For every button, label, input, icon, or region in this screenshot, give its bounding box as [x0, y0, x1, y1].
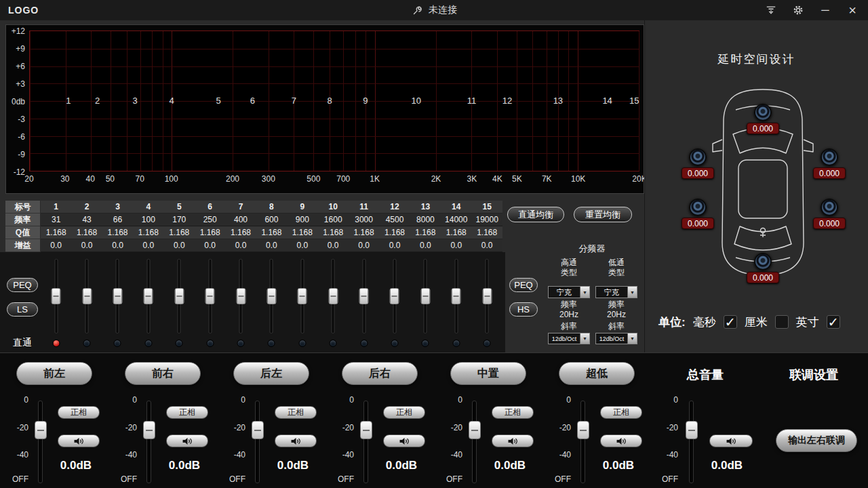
- unit-checkbox-1[interactable]: [775, 315, 789, 329]
- fader-handle[interactable]: [267, 288, 276, 304]
- eq-band-fader[interactable]: [486, 259, 489, 333]
- phase-button[interactable]: 正相: [275, 406, 317, 419]
- channel-button[interactable]: 前左: [16, 362, 92, 385]
- speaker-icon: [507, 437, 519, 445]
- mute-button[interactable]: [58, 434, 100, 447]
- band-indicator: [391, 340, 398, 347]
- channel-strip-6: 超低0-20-40OFF正相0.0dB: [542, 353, 651, 488]
- fader-handle[interactable]: [113, 288, 122, 304]
- fader-handle[interactable]: [360, 421, 372, 439]
- speaker-subwoofer-icon[interactable]: [754, 253, 772, 270]
- mute-button[interactable]: [383, 434, 425, 447]
- master-mute-button[interactable]: [709, 434, 753, 447]
- eq-band-fader[interactable]: [332, 259, 335, 333]
- channel-button[interactable]: 中置: [450, 362, 526, 385]
- speaker-front-center-icon[interactable]: [754, 104, 772, 121]
- eq-table-cell: 14000: [441, 214, 471, 226]
- channel-gain-value: 0.0dB: [363, 459, 439, 472]
- fader-handle[interactable]: [174, 288, 184, 304]
- channel-button[interactable]: 前右: [125, 362, 201, 385]
- fader-handle[interactable]: [482, 288, 492, 304]
- eq-band-fader[interactable]: [178, 259, 181, 333]
- hp-type-select[interactable]: 宁克 ▼: [548, 286, 590, 298]
- fader-handle[interactable]: [390, 288, 399, 304]
- fader-handle[interactable]: [420, 288, 430, 304]
- fader-handle[interactable]: [328, 288, 338, 304]
- phase-button[interactable]: 正相: [58, 406, 100, 419]
- y-axis-label: +9: [16, 44, 25, 54]
- settings-gear-icon[interactable]: [792, 4, 804, 16]
- lp-slope-select[interactable]: 12db/Oct ▼: [595, 333, 637, 344]
- mute-button[interactable]: [275, 434, 317, 447]
- connection-wrench-icon: [411, 4, 423, 16]
- eq-table-cell: 8000: [410, 214, 441, 226]
- eq-band-fader[interactable]: [270, 259, 273, 333]
- fader-handle[interactable]: [577, 421, 589, 439]
- fader-handle[interactable]: [52, 288, 61, 304]
- unit-checkbox-2[interactable]: ✓: [827, 315, 840, 329]
- eq-band-fader[interactable]: [300, 259, 304, 333]
- channel-button[interactable]: 后右: [342, 362, 418, 385]
- collapse-menu-icon[interactable]: [765, 4, 777, 16]
- channel-button[interactable]: 超低: [559, 362, 635, 385]
- fader-handle[interactable]: [143, 421, 155, 439]
- phase-button[interactable]: 正相: [166, 406, 208, 419]
- fader-handle[interactable]: [359, 288, 369, 304]
- close-button[interactable]: ×: [846, 4, 859, 16]
- x-axis-label: 20: [24, 174, 33, 184]
- eq-plot[interactable]: 123456789101112131415: [29, 30, 639, 171]
- eq-band-column: [471, 253, 502, 352]
- hp-slope-select[interactable]: 12db/Oct ▼: [548, 333, 590, 344]
- fader-handle[interactable]: [252, 421, 264, 439]
- eq-table-cell: 1.168: [102, 226, 133, 239]
- fader-handle[interactable]: [469, 421, 481, 439]
- eq-band-fader[interactable]: [85, 259, 89, 333]
- phase-button[interactable]: 正相: [383, 406, 425, 419]
- lp-type-select[interactable]: 宁克 ▼: [595, 286, 637, 298]
- eq-band-fader[interactable]: [454, 259, 458, 333]
- eq-table-cell: 170: [164, 214, 195, 226]
- fader-handle[interactable]: [236, 288, 245, 304]
- reset-eq-button[interactable]: 重置均衡: [574, 207, 632, 222]
- mute-button[interactable]: [166, 434, 208, 447]
- channel-button[interactable]: 后左: [233, 362, 309, 385]
- fader-scale-label: OFF: [217, 474, 245, 484]
- unit-checkbox-0[interactable]: ✓: [724, 315, 737, 329]
- speaker-front-right-icon[interactable]: [821, 148, 838, 166]
- low-shelf-button[interactable]: LS: [7, 302, 38, 317]
- eq-band-fader[interactable]: [393, 259, 396, 333]
- x-axis-label: 3K: [467, 174, 477, 184]
- fader-handle[interactable]: [82, 288, 92, 304]
- eq-band-column: [410, 253, 441, 352]
- mute-button[interactable]: [492, 434, 534, 447]
- bypass-eq-button[interactable]: 直通均衡: [507, 207, 564, 222]
- mute-button[interactable]: [600, 434, 642, 447]
- eq-band-column: [256, 253, 287, 352]
- eq-band-fader[interactable]: [146, 259, 150, 333]
- master-fader-handle[interactable]: [686, 421, 698, 439]
- speaker-rear-left-icon[interactable]: [689, 199, 707, 216]
- eq-table-cell: 7: [225, 201, 256, 214]
- minimize-button[interactable]: ─: [819, 4, 831, 16]
- eq-band-fader[interactable]: [424, 259, 427, 333]
- link-lr-output-button[interactable]: 输出左右联调: [776, 429, 857, 452]
- phase-button[interactable]: 正相: [492, 406, 534, 419]
- band-indicator: [206, 340, 214, 347]
- eq-band-fader[interactable]: [239, 259, 243, 333]
- high-shelf-button[interactable]: HS: [509, 302, 538, 317]
- eq-band-fader[interactable]: [208, 259, 212, 333]
- fader-handle[interactable]: [298, 288, 307, 304]
- eq-band-fader[interactable]: [54, 259, 58, 333]
- fader-handle[interactable]: [452, 288, 461, 304]
- fader-handle[interactable]: [144, 288, 153, 304]
- fader-handle[interactable]: [35, 421, 47, 439]
- phase-button[interactable]: 正相: [600, 406, 642, 419]
- speaker-rear-right-icon[interactable]: [821, 199, 838, 216]
- eq-band-fader[interactable]: [116, 259, 119, 333]
- speaker-icon: [399, 437, 410, 445]
- fader-handle[interactable]: [205, 288, 215, 304]
- peq-button-right[interactable]: PEQ: [509, 278, 538, 292]
- eq-band-fader[interactable]: [362, 259, 366, 333]
- speaker-front-left-icon[interactable]: [689, 148, 707, 166]
- peq-button-left[interactable]: PEQ: [7, 278, 38, 292]
